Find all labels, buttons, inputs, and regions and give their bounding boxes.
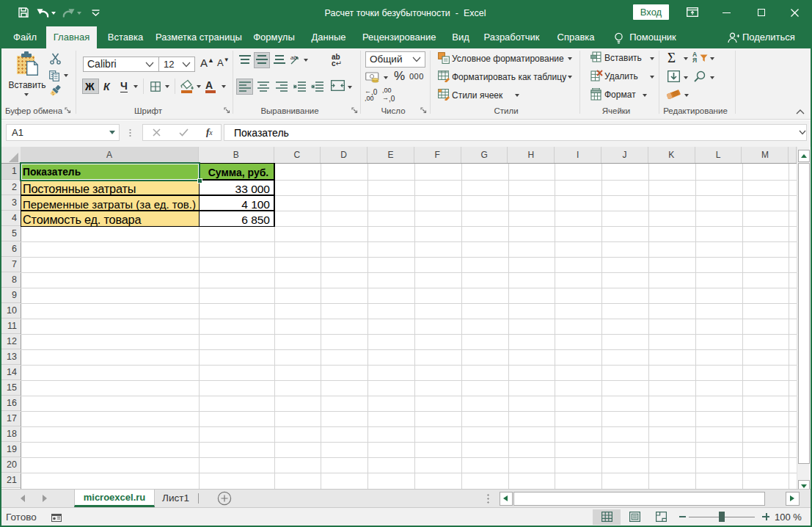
svg-text:ab: ab bbox=[290, 54, 297, 61]
